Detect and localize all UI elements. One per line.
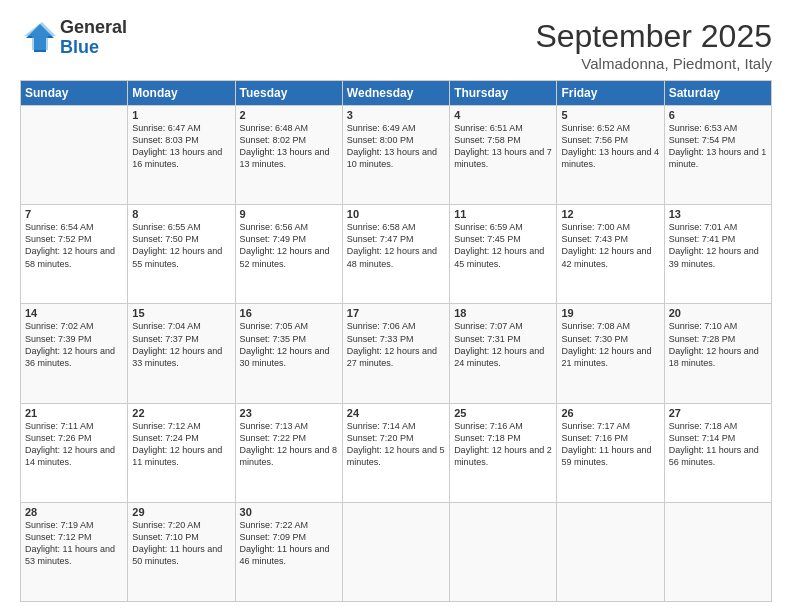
day-number: 9 <box>240 208 338 220</box>
day-info: Sunrise: 6:48 AMSunset: 8:02 PMDaylight:… <box>240 122 338 171</box>
day-info: Sunrise: 7:10 AMSunset: 7:28 PMDaylight:… <box>669 320 767 369</box>
calendar: SundayMondayTuesdayWednesdayThursdayFrid… <box>20 80 772 602</box>
day-number: 24 <box>347 407 445 419</box>
day-number: 6 <box>669 109 767 121</box>
calendar-cell: 3Sunrise: 6:49 AMSunset: 8:00 PMDaylight… <box>342 106 449 205</box>
calendar-cell: 25Sunrise: 7:16 AMSunset: 7:18 PMDayligh… <box>450 403 557 502</box>
day-info: Sunrise: 6:52 AMSunset: 7:56 PMDaylight:… <box>561 122 659 171</box>
day-number: 1 <box>132 109 230 121</box>
day-number: 25 <box>454 407 552 419</box>
day-number: 13 <box>669 208 767 220</box>
svg-marker-1 <box>24 22 56 50</box>
day-info: Sunrise: 7:11 AMSunset: 7:26 PMDaylight:… <box>25 420 123 469</box>
calendar-header-tuesday: Tuesday <box>235 81 342 106</box>
calendar-cell: 2Sunrise: 6:48 AMSunset: 8:02 PMDaylight… <box>235 106 342 205</box>
calendar-cell: 28Sunrise: 7:19 AMSunset: 7:12 PMDayligh… <box>21 502 128 601</box>
calendar-cell <box>450 502 557 601</box>
page: General Blue September 2025 Valmadonna, … <box>0 0 792 612</box>
calendar-cell: 21Sunrise: 7:11 AMSunset: 7:26 PMDayligh… <box>21 403 128 502</box>
day-info: Sunrise: 7:04 AMSunset: 7:37 PMDaylight:… <box>132 320 230 369</box>
day-info: Sunrise: 7:06 AMSunset: 7:33 PMDaylight:… <box>347 320 445 369</box>
day-info: Sunrise: 6:58 AMSunset: 7:47 PMDaylight:… <box>347 221 445 270</box>
day-number: 4 <box>454 109 552 121</box>
calendar-cell: 12Sunrise: 7:00 AMSunset: 7:43 PMDayligh… <box>557 205 664 304</box>
calendar-cell: 20Sunrise: 7:10 AMSunset: 7:28 PMDayligh… <box>664 304 771 403</box>
calendar-cell: 23Sunrise: 7:13 AMSunset: 7:22 PMDayligh… <box>235 403 342 502</box>
calendar-cell: 10Sunrise: 6:58 AMSunset: 7:47 PMDayligh… <box>342 205 449 304</box>
day-number: 26 <box>561 407 659 419</box>
day-info: Sunrise: 7:12 AMSunset: 7:24 PMDaylight:… <box>132 420 230 469</box>
day-number: 8 <box>132 208 230 220</box>
calendar-cell: 14Sunrise: 7:02 AMSunset: 7:39 PMDayligh… <box>21 304 128 403</box>
logo-general: General <box>60 18 127 38</box>
logo-blue: Blue <box>60 38 127 58</box>
day-info: Sunrise: 7:00 AMSunset: 7:43 PMDaylight:… <box>561 221 659 270</box>
calendar-cell: 9Sunrise: 6:56 AMSunset: 7:49 PMDaylight… <box>235 205 342 304</box>
calendar-cell: 15Sunrise: 7:04 AMSunset: 7:37 PMDayligh… <box>128 304 235 403</box>
day-number: 10 <box>347 208 445 220</box>
day-number: 16 <box>240 307 338 319</box>
calendar-header-saturday: Saturday <box>664 81 771 106</box>
calendar-cell: 6Sunrise: 6:53 AMSunset: 7:54 PMDaylight… <box>664 106 771 205</box>
day-number: 29 <box>132 506 230 518</box>
day-number: 12 <box>561 208 659 220</box>
calendar-cell: 8Sunrise: 6:55 AMSunset: 7:50 PMDaylight… <box>128 205 235 304</box>
calendar-cell: 17Sunrise: 7:06 AMSunset: 7:33 PMDayligh… <box>342 304 449 403</box>
calendar-cell <box>664 502 771 601</box>
logo-icon <box>20 20 56 56</box>
calendar-cell: 11Sunrise: 6:59 AMSunset: 7:45 PMDayligh… <box>450 205 557 304</box>
day-info: Sunrise: 7:16 AMSunset: 7:18 PMDaylight:… <box>454 420 552 469</box>
calendar-cell: 26Sunrise: 7:17 AMSunset: 7:16 PMDayligh… <box>557 403 664 502</box>
day-info: Sunrise: 7:14 AMSunset: 7:20 PMDaylight:… <box>347 420 445 469</box>
day-info: Sunrise: 7:08 AMSunset: 7:30 PMDaylight:… <box>561 320 659 369</box>
day-info: Sunrise: 6:59 AMSunset: 7:45 PMDaylight:… <box>454 221 552 270</box>
calendar-cell: 18Sunrise: 7:07 AMSunset: 7:31 PMDayligh… <box>450 304 557 403</box>
day-info: Sunrise: 6:54 AMSunset: 7:52 PMDaylight:… <box>25 221 123 270</box>
calendar-cell: 4Sunrise: 6:51 AMSunset: 7:58 PMDaylight… <box>450 106 557 205</box>
calendar-cell: 30Sunrise: 7:22 AMSunset: 7:09 PMDayligh… <box>235 502 342 601</box>
day-info: Sunrise: 7:19 AMSunset: 7:12 PMDaylight:… <box>25 519 123 568</box>
day-number: 5 <box>561 109 659 121</box>
calendar-cell: 1Sunrise: 6:47 AMSunset: 8:03 PMDaylight… <box>128 106 235 205</box>
day-info: Sunrise: 6:56 AMSunset: 7:49 PMDaylight:… <box>240 221 338 270</box>
calendar-cell: 29Sunrise: 7:20 AMSunset: 7:10 PMDayligh… <box>128 502 235 601</box>
calendar-cell: 19Sunrise: 7:08 AMSunset: 7:30 PMDayligh… <box>557 304 664 403</box>
calendar-cell: 7Sunrise: 6:54 AMSunset: 7:52 PMDaylight… <box>21 205 128 304</box>
calendar-cell: 27Sunrise: 7:18 AMSunset: 7:14 PMDayligh… <box>664 403 771 502</box>
calendar-header-sunday: Sunday <box>21 81 128 106</box>
calendar-header-friday: Friday <box>557 81 664 106</box>
calendar-week-4: 28Sunrise: 7:19 AMSunset: 7:12 PMDayligh… <box>21 502 772 601</box>
calendar-header-wednesday: Wednesday <box>342 81 449 106</box>
day-number: 2 <box>240 109 338 121</box>
calendar-cell: 24Sunrise: 7:14 AMSunset: 7:20 PMDayligh… <box>342 403 449 502</box>
logo: General Blue <box>20 18 127 58</box>
day-number: 21 <box>25 407 123 419</box>
calendar-cell: 13Sunrise: 7:01 AMSunset: 7:41 PMDayligh… <box>664 205 771 304</box>
day-info: Sunrise: 7:05 AMSunset: 7:35 PMDaylight:… <box>240 320 338 369</box>
day-info: Sunrise: 6:51 AMSunset: 7:58 PMDaylight:… <box>454 122 552 171</box>
calendar-header-thursday: Thursday <box>450 81 557 106</box>
calendar-header-row: SundayMondayTuesdayWednesdayThursdayFrid… <box>21 81 772 106</box>
day-number: 30 <box>240 506 338 518</box>
calendar-cell <box>557 502 664 601</box>
day-info: Sunrise: 6:53 AMSunset: 7:54 PMDaylight:… <box>669 122 767 171</box>
calendar-week-2: 14Sunrise: 7:02 AMSunset: 7:39 PMDayligh… <box>21 304 772 403</box>
calendar-cell: 5Sunrise: 6:52 AMSunset: 7:56 PMDaylight… <box>557 106 664 205</box>
calendar-header-monday: Monday <box>128 81 235 106</box>
day-number: 19 <box>561 307 659 319</box>
day-number: 15 <box>132 307 230 319</box>
day-info: Sunrise: 6:47 AMSunset: 8:03 PMDaylight:… <box>132 122 230 171</box>
day-info: Sunrise: 7:07 AMSunset: 7:31 PMDaylight:… <box>454 320 552 369</box>
day-info: Sunrise: 7:20 AMSunset: 7:10 PMDaylight:… <box>132 519 230 568</box>
day-number: 23 <box>240 407 338 419</box>
day-number: 17 <box>347 307 445 319</box>
day-info: Sunrise: 7:17 AMSunset: 7:16 PMDaylight:… <box>561 420 659 469</box>
calendar-week-0: 1Sunrise: 6:47 AMSunset: 8:03 PMDaylight… <box>21 106 772 205</box>
title-block: September 2025 Valmadonna, Piedmont, Ita… <box>535 18 772 72</box>
day-number: 20 <box>669 307 767 319</box>
header: General Blue September 2025 Valmadonna, … <box>20 18 772 72</box>
calendar-cell: 16Sunrise: 7:05 AMSunset: 7:35 PMDayligh… <box>235 304 342 403</box>
day-number: 7 <box>25 208 123 220</box>
day-number: 22 <box>132 407 230 419</box>
day-info: Sunrise: 7:18 AMSunset: 7:14 PMDaylight:… <box>669 420 767 469</box>
